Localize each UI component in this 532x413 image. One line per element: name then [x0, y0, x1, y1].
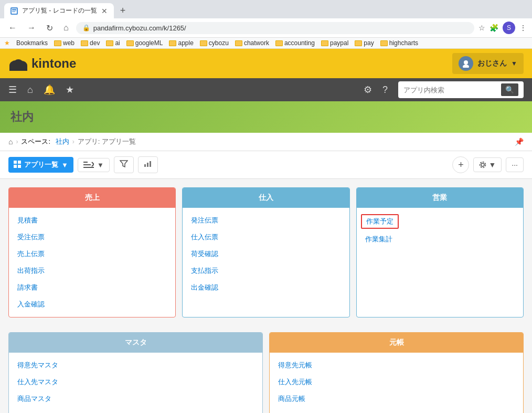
app-link-product-master[interactable]: 商品マスタ: [9, 390, 262, 407]
home-button[interactable]: ⌂: [60, 22, 72, 34]
sales-section-body: 見積書 受注伝票 売上伝票 出荷指示 請求書 入金確認: [9, 208, 175, 317]
browser-window: アプリ覧 - レコードの一覧 ✕ + ← → ↻ ⌂ 🔒 ☆ 🧩 S ⋮ ★ B…: [0, 0, 532, 413]
search-input[interactable]: [403, 86, 498, 94]
purchase-section-body: 発注伝票 仕入伝票 荷受確認 支払指示 出金確認: [183, 208, 349, 300]
svg-rect-15: [18, 165, 21, 168]
app-link-supplier-ledger[interactable]: 仕入先元帳: [270, 374, 523, 390]
bookmarks-label[interactable]: Bookmarks: [16, 39, 48, 47]
svg-rect-12: [14, 161, 17, 164]
bookmark-accounting[interactable]: accounting: [275, 39, 315, 47]
app-link-supplier-master[interactable]: 仕入先マスタ: [9, 374, 262, 390]
kintone-title: kintone: [31, 56, 76, 71]
breadcrumb-separator: ›: [16, 138, 18, 145]
refresh-button[interactable]: ↻: [43, 22, 56, 34]
svg-point-19: [481, 163, 484, 166]
forward-button[interactable]: →: [24, 22, 39, 34]
tab-close-button[interactable]: ✕: [101, 7, 108, 15]
bookmark-highcharts[interactable]: highcharts: [380, 39, 418, 47]
svg-rect-18: [150, 161, 151, 167]
breadcrumb-space-label: スペース:: [21, 137, 52, 146]
hamburger-icon[interactable]: ☰: [8, 84, 17, 96]
app-link-disbursement[interactable]: 出金確認: [183, 279, 349, 296]
sales-section: 売上 見積書 受注伝票 売上伝票 出荷指示 請求書 入金確認: [8, 187, 176, 317]
view-dropdown-arrow: ▼: [61, 161, 68, 169]
breadcrumb-home-icon[interactable]: ⌂: [8, 137, 13, 146]
app-link-invoice[interactable]: 請求書: [9, 279, 175, 296]
app-settings-button[interactable]: ▼: [473, 157, 502, 172]
tab-title: アプリ覧 - レコードの一覧: [22, 6, 97, 15]
app-link-purchase-order[interactable]: 発注伝票: [183, 212, 349, 229]
favorites-icon[interactable]: ★: [66, 84, 74, 96]
folder-icon: [126, 40, 134, 46]
purchase-section: 仕入 発注伝票 仕入伝票 荷受確認 支払指示 出金確認: [182, 187, 349, 317]
more-options-button[interactable]: ···: [506, 157, 524, 172]
bookmark-star-button[interactable]: ☆: [478, 24, 485, 32]
extensions-button[interactable]: 🧩: [490, 24, 498, 32]
menu-button[interactable]: ⋮: [519, 24, 527, 32]
grid-view-icon: [14, 161, 21, 170]
breadcrumb-separator-2: ›: [72, 138, 75, 145]
kintone-cloud-icon: [8, 56, 28, 71]
address-input[interactable]: [93, 24, 468, 32]
bookmark-ai[interactable]: ai: [106, 39, 120, 47]
toolbar: アプリ一覧 ▼ ▼ + ▼ ···: [0, 151, 532, 179]
bookmark-paypal[interactable]: paypal: [321, 39, 348, 47]
active-tab[interactable]: アプリ覧 - レコードの一覧 ✕: [4, 3, 114, 18]
app-link-sales[interactable]: 売上伝票: [9, 246, 175, 262]
search-area: 🔍: [398, 81, 524, 98]
notification-icon[interactable]: 🔔: [44, 84, 55, 96]
add-record-button[interactable]: +: [452, 156, 469, 173]
folder-icon: [275, 40, 283, 46]
view-selector[interactable]: アプリ一覧 ▼: [8, 157, 73, 173]
business-section-header: 営業: [357, 188, 523, 208]
user-area[interactable]: おじさん ▼: [452, 53, 524, 74]
chart-icon: [144, 160, 152, 167]
bookmark-chatwork[interactable]: chatwork: [235, 39, 269, 47]
navigation-bar: ← → ↻ ⌂ 🔒 ☆ 🧩 S ⋮: [0, 18, 532, 38]
app-link-product-ledger[interactable]: 商品元帳: [270, 390, 523, 407]
business-section-body: 作業予定 作業集計: [357, 208, 523, 271]
app-link-estimate[interactable]: 見積書: [9, 212, 175, 229]
settings-gear-icon: [479, 161, 486, 168]
bookmark-pay[interactable]: pay: [355, 39, 374, 47]
user-avatar-icon: [459, 56, 473, 71]
settings-icon[interactable]: ⚙: [364, 84, 372, 96]
app-link-payment-order[interactable]: 支払指示: [183, 262, 349, 279]
folder-icon: [169, 40, 176, 46]
home-nav-icon[interactable]: ⌂: [27, 84, 33, 96]
filter-icon: [120, 160, 128, 167]
back-button[interactable]: ←: [5, 22, 20, 34]
chart-button[interactable]: [138, 156, 158, 173]
profile-button[interactable]: S: [503, 22, 515, 34]
bookmark-web[interactable]: web: [54, 39, 75, 47]
sort-button[interactable]: ▼: [78, 158, 110, 172]
master-section-header: マスタ: [9, 333, 262, 353]
app-link-receiving[interactable]: 荷受確認: [183, 246, 349, 262]
svg-point-10: [464, 60, 468, 65]
app-link-payment[interactable]: 入金確認: [9, 296, 175, 313]
svg-rect-3: [12, 12, 15, 12]
breadcrumb-space-link[interactable]: 社内: [56, 137, 69, 146]
bookmark-apple[interactable]: apple: [169, 39, 193, 47]
app-link-work-schedule[interactable]: 作業予定: [361, 214, 399, 229]
bookmarks-bar: ★ Bookmarks web dev ai googleML apple cy…: [0, 38, 532, 49]
bookmark-dev[interactable]: dev: [81, 39, 100, 47]
breadcrumb: ⌂ › スペース: 社内 › アプリ: アプリ一覧 📌: [0, 133, 532, 151]
folder-icon: [380, 40, 388, 46]
app-link-purchase-slip[interactable]: 仕入伝票: [183, 229, 349, 246]
search-button[interactable]: 🔍: [501, 83, 518, 96]
sort-icon: [83, 161, 94, 168]
app-link-customer-ledger[interactable]: 得意先元帳: [270, 357, 523, 374]
app-link-work-summary[interactable]: 作業集計: [357, 231, 523, 248]
app-link-customer-master[interactable]: 得意先マスタ: [9, 357, 262, 374]
filter-button[interactable]: [114, 156, 134, 173]
help-icon[interactable]: ?: [382, 84, 388, 96]
tab-favicon: [10, 7, 18, 15]
new-tab-button[interactable]: +: [116, 3, 130, 18]
bookmark-googleml[interactable]: googleML: [126, 39, 163, 47]
app-link-shipment[interactable]: 出荷指示: [9, 262, 175, 279]
breadcrumb-pin-icon[interactable]: 📌: [515, 137, 524, 146]
app-grid: 売上 見積書 受注伝票 売上伝票 出荷指示 請求書 入金確認 仕入 発注伝票 仕…: [0, 179, 532, 326]
bookmark-cybozu[interactable]: cybozu: [200, 39, 229, 47]
app-link-order[interactable]: 受注伝票: [9, 229, 175, 246]
